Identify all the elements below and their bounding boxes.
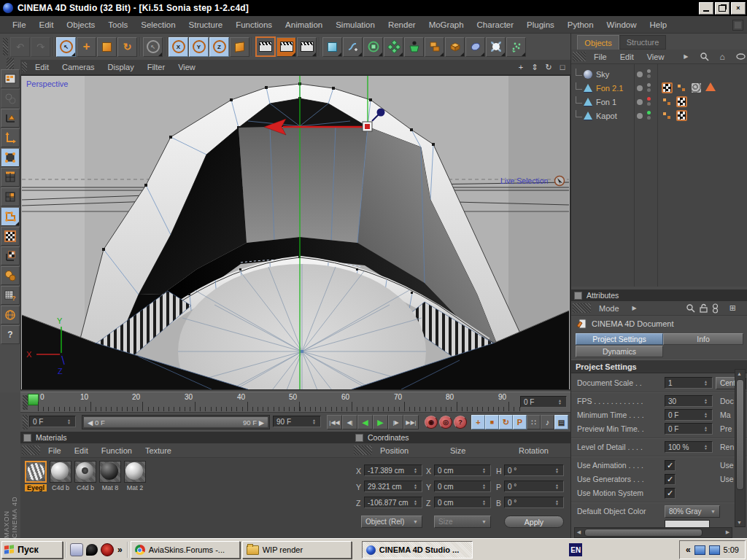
model-mode-button[interactable]	[1, 89, 20, 108]
end-frame-field[interactable]: 90 F	[273, 416, 321, 427]
toolbar-grip[interactable]	[3, 38, 8, 55]
menu-selection[interactable]: Selection	[134, 20, 182, 29]
materials-grip[interactable]	[22, 446, 40, 455]
mode-menu[interactable]: Mode	[592, 304, 626, 313]
menu-objects[interactable]: Objects	[60, 20, 101, 29]
render-picture-viewer-button[interactable]	[276, 37, 296, 57]
clock[interactable]: 5:09	[724, 545, 739, 554]
previous-frame-button[interactable]: ◀|	[342, 415, 357, 429]
close-button[interactable]: ×	[731, 2, 746, 15]
materials-menu-edit[interactable]: Edit	[68, 446, 95, 455]
stepper-icon[interactable]	[412, 499, 419, 505]
play-forwards-button[interactable]: ▶	[373, 415, 388, 429]
globe-button[interactable]	[1, 306, 20, 324]
coordinates-grip[interactable]	[354, 446, 372, 455]
menu-character[interactable]: Character	[471, 20, 521, 29]
add-generator-button[interactable]	[363, 37, 383, 57]
tab-dynamics[interactable]: Dynamics	[576, 346, 663, 357]
quicklaunch-overflow[interactable]: »	[117, 545, 123, 555]
add-camera-button[interactable]	[465, 37, 485, 57]
network-icon[interactable]	[694, 545, 705, 555]
editor-visibility-dot[interactable]	[647, 111, 651, 114]
editor-visibility-dot[interactable]	[647, 83, 651, 87]
use-generators-checkbox[interactable]: ✓	[665, 474, 676, 485]
render-visibility-dot[interactable]	[647, 116, 651, 120]
vp-menu-view[interactable]: View	[171, 63, 202, 71]
attributes-grip[interactable]	[573, 303, 591, 313]
materials-menu-texture[interactable]: Texture	[139, 446, 178, 455]
history-icon[interactable]	[712, 303, 719, 314]
z-axis-handle[interactable]	[377, 109, 385, 117]
texture-tag-icon[interactable]	[691, 82, 702, 93]
vp-menu-filter[interactable]: Filter	[141, 63, 171, 71]
texture-axis-mode-button[interactable]	[1, 246, 20, 265]
tab-info[interactable]: Info	[663, 333, 743, 345]
editor-visibility-dot[interactable]	[647, 97, 651, 101]
color-swatch[interactable]	[665, 520, 710, 527]
restore-button[interactable]	[715, 2, 729, 15]
attributes-v-scrollbar[interactable]: ▲ ▼	[735, 369, 746, 527]
fps-field[interactable]: 30	[665, 395, 713, 407]
add-thinking-particles-button[interactable]	[506, 37, 526, 57]
range-left-arrow[interactable]: ◀	[88, 419, 93, 427]
submenu-arrow-icon[interactable]: ▶	[677, 53, 694, 60]
position-z-field[interactable]: -106.877 cm	[364, 497, 422, 508]
language-indicator[interactable]: EN	[569, 543, 582, 556]
coordinate-mode-dropdown[interactable]: Object (Rel)▼	[361, 516, 422, 528]
attributes-h-scrollbar[interactable]: ◀ ▶	[574, 527, 732, 538]
objects-menu-view[interactable]: View	[640, 52, 671, 61]
uvw-tag-icon[interactable]	[676, 110, 687, 121]
size-y-field[interactable]: 0 cm	[434, 481, 491, 492]
layer-dot[interactable]	[637, 71, 643, 77]
object-row-kapot[interactable]: Kapot	[571, 109, 747, 122]
scale-tool-button[interactable]	[97, 37, 117, 57]
help-button[interactable]: ?	[1, 325, 20, 344]
material-item[interactable]: C4d b	[50, 461, 71, 493]
start-button[interactable]: Пуск	[1, 541, 63, 559]
stepper-icon[interactable]	[554, 499, 560, 505]
key-scale-toggle[interactable]: ■	[485, 415, 499, 429]
menu-animation[interactable]: Animation	[279, 20, 329, 29]
submenu-arrow-icon[interactable]: ▶	[626, 305, 643, 311]
live-selection-button[interactable]: ↖	[56, 37, 76, 57]
position-y-field[interactable]: 29.321 cm	[364, 481, 422, 492]
lock-x-axis-button[interactable]: X	[169, 37, 188, 57]
snap-settings-button[interactable]: ?	[1, 286, 20, 305]
material-item[interactable]: Mat 2	[124, 461, 146, 493]
key-rotation-toggle[interactable]: ↻	[499, 415, 513, 429]
stepper-icon[interactable]	[554, 483, 560, 489]
rotation-b-field[interactable]: 0 °	[504, 497, 564, 508]
transport-grip[interactable]	[23, 415, 28, 429]
lock-icon[interactable]	[700, 303, 708, 313]
material-item[interactable]: Eyegl	[25, 461, 47, 493]
vp-menu-display[interactable]: Display	[101, 63, 141, 71]
stepper-icon[interactable]	[412, 467, 419, 473]
edges-mode-button[interactable]	[1, 168, 20, 187]
document-scale-field[interactable]: 1	[665, 377, 713, 389]
sound-toggle[interactable]: ♪	[541, 415, 554, 429]
render-settings-button[interactable]	[297, 37, 317, 57]
make-editable-button[interactable]	[1, 69, 20, 88]
quicklaunch-app-icon[interactable]	[70, 543, 83, 556]
viewport-solo-button[interactable]	[1, 266, 20, 285]
render-visibility-dot[interactable]	[647, 102, 651, 106]
menu-edit[interactable]: Edit	[33, 20, 61, 29]
lock-y-axis-button[interactable]: Y	[189, 37, 209, 57]
editor-visibility-dot[interactable]	[647, 69, 651, 73]
vp-menu-cameras[interactable]: Cameras	[55, 63, 101, 71]
phong-tag-icon[interactable]	[662, 110, 673, 121]
keyframe-selection-button[interactable]: ?	[454, 416, 467, 429]
rotate-tool-button[interactable]: ↻	[117, 37, 137, 57]
stepper-icon[interactable]	[311, 419, 317, 424]
menu-structure[interactable]: Structure	[182, 20, 230, 29]
key-position-toggle[interactable]: +	[471, 415, 485, 429]
lock-z-axis-button[interactable]: Z	[209, 37, 229, 57]
next-frame-button[interactable]: |▶	[388, 415, 403, 429]
material-item[interactable]: Mat 8	[99, 461, 121, 493]
stepper-icon[interactable]	[481, 499, 487, 505]
materials-title-bar[interactable]: Materials	[20, 432, 352, 443]
undo-button[interactable]: ↶	[10, 37, 30, 57]
ruler-frame-field[interactable]: 0 F	[520, 396, 567, 408]
task-wip-render[interactable]: WIP render	[242, 541, 352, 559]
menu-plugins[interactable]: Plugins	[520, 20, 561, 29]
